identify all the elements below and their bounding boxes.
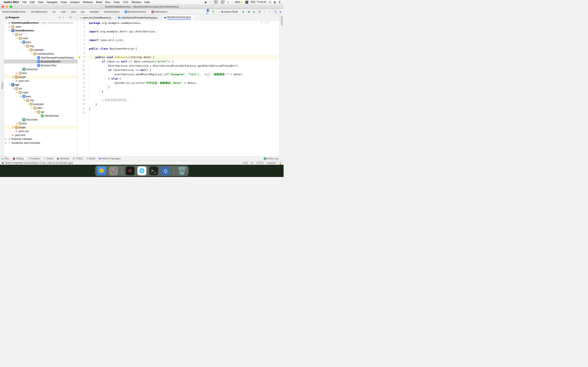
line-separator[interactable]: LF <box>251 161 254 164</box>
tab-businessservice[interactable]: CBusinessService.java× <box>162 15 195 20</box>
datetime[interactable]: 周五 下午8:20 <box>251 0 266 4</box>
menu-build[interactable]: Build <box>96 1 102 4</box>
close-tab-icon[interactable]: × <box>158 16 160 19</box>
dock-chrome[interactable]: 🌐 <box>138 166 146 175</box>
dnd-icon[interactable]: ☽ <box>209 1 211 4</box>
tree-resources[interactable]: ▪resources <box>4 67 77 71</box>
tree-root-pom[interactable]: mpom.xml <box>4 133 77 137</box>
file-encoding[interactable]: UTF-8 <box>256 161 263 164</box>
bluetooth-icon[interactable]: ⎋ <box>227 1 229 4</box>
coverage-button[interactable]: ▶ <box>252 10 256 13</box>
record-icon[interactable]: ◉ <box>205 1 207 4</box>
wifi-icon[interactable]: ⌵ <box>231 1 233 4</box>
indent-setting[interactable]: 4 spaces <box>266 161 276 164</box>
menu-view[interactable]: View <box>38 1 43 4</box>
tree-file-businessservice[interactable]: CBusinessService <box>4 59 77 63</box>
spotlight-icon[interactable]: 🔍 <box>268 1 272 4</box>
crumb-org[interactable]: org <box>80 10 85 13</box>
panel-settings-icon[interactable]: ⚙ <box>69 16 72 19</box>
editor-inspection-status[interactable]: ✔ ⚠ 2 ˄ ˅ <box>261 21 273 24</box>
tab-factory[interactable]: CAlertServiceProviderFactory.java× <box>116 15 162 20</box>
crumb-src[interactable]: src <box>52 10 57 13</box>
crumb-java[interactable]: java <box>70 10 77 13</box>
menu-vcs[interactable]: VCS <box>123 1 129 4</box>
menu-edit[interactable]: Edit <box>30 1 35 4</box>
ide-settings-icon[interactable]: ▶ <box>279 10 282 13</box>
code-editor[interactable]: package org.example.somebusiness; import… <box>89 20 279 156</box>
stop-button[interactable] <box>258 10 261 13</box>
notification-icon[interactable]: ☰ <box>278 1 281 4</box>
tree-spi-org[interactable]: ▪org <box>4 98 77 102</box>
tree-somebusiness-module[interactable]: ▪SomeBusiness <box>4 29 77 33</box>
todo-tool-tab[interactable]: ☑TODO <box>73 157 83 160</box>
tree-file-businesstest[interactable]: CBusinessTest <box>4 63 77 67</box>
crumb-method[interactable]: mdoBusiness <box>150 10 168 13</box>
tree-org[interactable]: ▪org <box>4 44 77 48</box>
run-button[interactable] <box>242 10 245 13</box>
project-panel-title[interactable]: Project ▾ <box>5 16 58 19</box>
tree-spi-pom[interactable]: mpom.xml <box>4 129 77 133</box>
terminal-tool-tab[interactable]: ▣Terminal <box>57 157 69 160</box>
structure-tool-tab[interactable]: Structure <box>0 15 1 156</box>
expand-all-icon[interactable]: ≡ <box>61 16 65 19</box>
tree-spi-java[interactable]: ▪java <box>4 94 77 98</box>
gerrit-tool-tab[interactable]: ✦Gerrit <box>44 157 53 160</box>
close-tab-icon[interactable]: × <box>112 16 114 19</box>
tree-external-libraries[interactable]: External Libraries <box>4 137 77 141</box>
tree-target[interactable]: ▪target <box>4 75 77 79</box>
menu-refactor[interactable]: Refactor <box>83 1 93 4</box>
tree-spi-main[interactable]: ▪main <box>4 91 77 94</box>
debug-button[interactable] <box>247 10 251 13</box>
search-everywhere-icon[interactable]: 🔍 <box>274 10 277 13</box>
event-log-tab[interactable]: 3Event Log <box>264 157 278 160</box>
tree-pom[interactable]: mpom.xml <box>4 79 77 83</box>
dock-terminal[interactable]: >_ <box>149 166 158 175</box>
select-opened-file-icon[interactable]: ⊕ <box>58 16 61 19</box>
problems-tool-tab[interactable]: ⊘Problems <box>27 157 40 160</box>
chevron-down-icon[interactable]: ˅ <box>272 21 273 24</box>
project-tree[interactable]: SomeGreateBusiness~/wgk_work/SomeGreateB… <box>4 20 77 156</box>
chevron-up-icon[interactable]: ˄ <box>270 21 271 24</box>
update-project-icon[interactable]: ↓ <box>263 10 267 13</box>
status-icon[interactable]: ▣ <box>2 161 4 164</box>
tree-spi-example[interactable]: ▪example <box>4 102 77 106</box>
tree-idea[interactable]: ▪.idea <box>4 25 77 29</box>
collapse-all-icon[interactable]: ÷ <box>65 16 69 19</box>
crumb-class[interactable]: CBusinessService <box>124 10 147 13</box>
run-tool-tab[interactable]: ▶Run <box>2 157 9 160</box>
tree-file-alertservice[interactable]: IAlertService <box>4 114 77 118</box>
menu-analyze[interactable]: Analyze <box>70 1 80 4</box>
dock-intellij[interactable]: IJ <box>126 166 135 175</box>
dock-trash[interactable]: 🗑️ <box>178 166 187 175</box>
siri-icon[interactable]: ◐ <box>274 1 276 4</box>
menu-code[interactable]: Code <box>61 1 67 4</box>
run-config-selector[interactable]: BusinessTest ▾ <box>217 9 240 14</box>
battery-indicator[interactable]: 60% ⚡ <box>235 1 243 4</box>
tree-test[interactable]: ▪test <box>4 71 77 75</box>
tree-src[interactable]: ▪src <box>4 33 77 36</box>
menu-file[interactable]: File <box>22 1 27 4</box>
app-name[interactable]: IntelliJ IDEA <box>4 1 19 4</box>
dock-launchpad[interactable]: 🚀 <box>109 166 118 175</box>
tree-spi-test[interactable]: ▪test <box>4 122 77 125</box>
python-packages-tab[interactable]: ⬢Python Packages <box>99 157 121 160</box>
tree-spi-resources[interactable]: ▪resources <box>4 118 77 122</box>
debug-tool-tab[interactable]: 🐞Debug <box>12 157 24 160</box>
tree-spi-pkg[interactable]: ▪spi <box>4 110 77 114</box>
menu-run[interactable]: Run <box>105 1 110 4</box>
maven-tool-tab[interactable]: m Maven <box>280 15 284 27</box>
crumb-root[interactable]: SomeGreateBusiness <box>1 10 27 13</box>
mem-indicator-1[interactable]: MEM50% <box>214 0 218 4</box>
crumb-example[interactable]: example <box>89 10 99 13</box>
tree-main[interactable]: ▪main <box>4 36 77 40</box>
menu-tools[interactable]: Tools <box>113 1 120 4</box>
editor-gutter[interactable]: 1234 5678 9💡 10111213 14151617 18192021 … <box>78 20 89 156</box>
dock-quicktime[interactable]: Q <box>161 166 170 175</box>
tree-spi-module[interactable]: ▪spi <box>4 83 77 87</box>
build-hammer-icon[interactable]: ⚒ <box>212 10 215 13</box>
tab-pom[interactable]: mpom.xml (SomeBusiness)× <box>78 15 116 20</box>
tree-scratches[interactable]: Scratches and Consoles <box>4 141 77 145</box>
tree-java[interactable]: ▪java <box>4 40 77 44</box>
tree-file-factory[interactable]: CAlertServiceProviderFactory <box>4 56 77 59</box>
menu-window[interactable]: Window <box>132 1 141 4</box>
